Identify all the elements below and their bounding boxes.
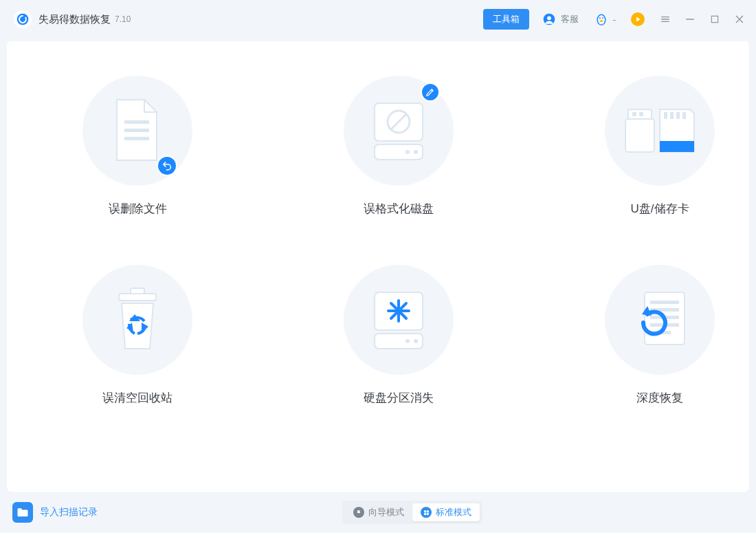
support-button[interactable]: 客服	[542, 12, 579, 27]
svg-rect-45	[426, 512, 428, 514]
app-title: 失易得数据恢复	[38, 13, 111, 26]
svg-rect-9	[124, 129, 149, 132]
svg-point-2	[547, 16, 551, 20]
svg-rect-37	[650, 301, 679, 304]
deep-recovery-icon	[625, 285, 694, 354]
svg-rect-26	[119, 294, 156, 301]
minimize-button[interactable]	[685, 14, 696, 25]
svg-rect-10	[124, 137, 149, 140]
svg-rect-21	[664, 112, 667, 119]
tile-label: 误删除文件	[109, 201, 167, 217]
menu-button[interactable]	[660, 14, 671, 25]
headset-icon	[542, 12, 557, 27]
svg-rect-27	[131, 288, 144, 294]
import-label: 导入扫描记录	[40, 506, 98, 519]
tile-deep-recovery[interactable]: 深度恢复	[591, 265, 729, 406]
undo-badge-icon	[157, 155, 177, 176]
toolbox-button[interactable]: 工具箱	[483, 9, 529, 30]
svg-rect-7	[711, 16, 718, 22]
tile-label: 误清空回收站	[102, 390, 173, 406]
app-logo-icon	[14, 10, 32, 28]
standard-mode-button[interactable]: 标准模式	[412, 503, 480, 521]
app-version: 7.10	[115, 14, 131, 24]
svg-rect-25	[660, 141, 694, 152]
tile-deleted-files[interactable]: 误删除文件	[69, 76, 206, 217]
vip-icon[interactable]	[631, 12, 645, 26]
mode-toggle: 向导模式 标准模式	[342, 501, 482, 524]
folder-icon	[12, 502, 33, 523]
svg-rect-24	[682, 112, 686, 119]
standard-mode-label: 标准模式	[436, 506, 471, 519]
wizard-mode-label: 向导模式	[368, 506, 404, 519]
recovery-options-grid: 误删除文件 误格式化磁盘	[7, 76, 749, 478]
titlebar: 失易得数据恢复 7.10 工具箱 客服 -	[0, 0, 756, 39]
support-label: 客服	[561, 13, 579, 25]
svg-rect-44	[424, 512, 426, 514]
qq-button[interactable]: -	[594, 12, 616, 27]
footer: 导入扫描记录 向导模式 标准模式	[0, 492, 756, 533]
svg-point-16	[414, 150, 418, 154]
window-controls	[660, 14, 745, 25]
tile-label: 硬盘分区消失	[364, 390, 434, 406]
svg-rect-8	[124, 120, 149, 124]
wizard-mode-button[interactable]: 向导模式	[345, 503, 412, 521]
svg-point-3	[597, 14, 605, 25]
svg-rect-43	[426, 510, 428, 512]
svg-rect-23	[676, 112, 680, 119]
tile-label: 深度恢复	[636, 390, 683, 406]
tile-usb-card[interactable]: U盘/储存卡	[591, 76, 729, 217]
content-area: 误删除文件 误格式化磁盘	[7, 41, 749, 492]
tile-recycle-bin[interactable]: 误清空回收站	[69, 265, 206, 406]
import-scan-button[interactable]: 导入扫描记录	[12, 502, 98, 523]
svg-rect-42	[424, 510, 426, 512]
partition-icon	[368, 285, 430, 354]
svg-rect-18	[632, 112, 636, 116]
qq-label: -	[613, 14, 616, 25]
tile-label: 误格式化磁盘	[364, 201, 434, 217]
flag-icon	[353, 507, 364, 518]
svg-point-15	[405, 150, 410, 154]
svg-rect-22	[670, 112, 674, 119]
tile-lost-partition[interactable]: 硬盘分区消失	[330, 265, 467, 406]
brush-badge-icon	[421, 83, 440, 102]
close-button[interactable]	[734, 14, 745, 25]
disk-icon	[368, 96, 430, 165]
svg-point-34	[405, 339, 410, 343]
recycle-bin-icon	[107, 285, 168, 354]
maximize-button[interactable]	[709, 14, 720, 25]
svg-point-5	[602, 17, 603, 19]
document-icon	[107, 96, 168, 165]
svg-rect-19	[639, 112, 643, 116]
app-window: 失易得数据恢复 7.10 工具箱 客服 -	[0, 0, 756, 533]
usb-sd-icon	[619, 100, 701, 162]
svg-point-6	[599, 20, 603, 22]
svg-point-4	[599, 17, 601, 19]
grid-icon	[421, 507, 432, 518]
tile-formatted-disk[interactable]: 误格式化磁盘	[330, 76, 467, 217]
tile-label: U盘/储存卡	[631, 201, 689, 217]
penguin-icon	[594, 12, 609, 27]
svg-point-35	[414, 339, 418, 343]
svg-rect-20	[625, 119, 654, 152]
